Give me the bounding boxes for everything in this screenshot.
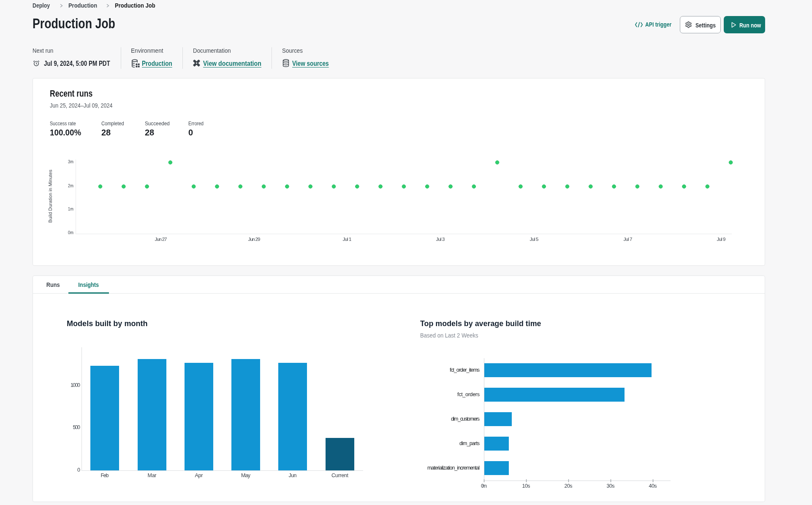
svg-text:fct_orders: fct_orders xyxy=(457,392,480,397)
svg-text:materialization_incremental: materialization_incremental xyxy=(427,465,480,471)
svg-text:10s: 10s xyxy=(522,483,530,489)
svg-text:0m: 0m xyxy=(481,483,487,489)
svg-text:Jul 9: Jul 9 xyxy=(717,237,726,242)
svg-text:Jul 7: Jul 7 xyxy=(624,237,633,242)
svg-text:1000: 1000 xyxy=(71,382,80,388)
svg-text:30s: 30s xyxy=(607,483,615,489)
svg-text:dim_customers: dim_customers xyxy=(451,416,480,422)
svg-text:May: May xyxy=(241,473,251,478)
svg-text:dim_parts: dim_parts xyxy=(459,440,480,446)
svg-text:Jun 29: Jun 29 xyxy=(248,237,261,242)
svg-text:Current: Current xyxy=(331,473,349,478)
svg-text:1m: 1m xyxy=(68,206,73,211)
svg-text:500: 500 xyxy=(73,424,81,430)
svg-text:Jul 3: Jul 3 xyxy=(436,237,445,242)
svg-text:Build Duration in Minutes: Build Duration in Minutes xyxy=(48,170,53,223)
svg-text:2m: 2m xyxy=(68,183,73,188)
svg-text:Jun: Jun xyxy=(289,473,297,478)
svg-text:Mar: Mar xyxy=(148,473,157,478)
svg-text:3m: 3m xyxy=(68,159,73,164)
svg-text:Jul 1: Jul 1 xyxy=(343,237,352,242)
svg-text:0m: 0m xyxy=(68,230,73,235)
svg-text:40s: 40s xyxy=(649,483,657,489)
svg-text:Jul 5: Jul 5 xyxy=(530,237,539,242)
svg-text:0: 0 xyxy=(77,467,80,473)
svg-text:Jun 27: Jun 27 xyxy=(155,237,167,242)
svg-text:Feb: Feb xyxy=(101,473,109,478)
svg-text:20s: 20s xyxy=(565,483,573,489)
svg-text:Apr: Apr xyxy=(195,473,203,478)
svg-text:fct_order_items: fct_order_items xyxy=(450,367,480,373)
